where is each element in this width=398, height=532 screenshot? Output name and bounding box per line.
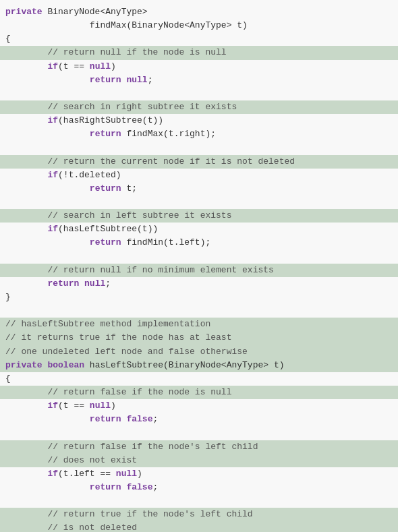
- code-line: return findMin(t.left);: [0, 236, 398, 249]
- keyword: if: [47, 399, 58, 413]
- code-text: (hasRightSubtree(t)): [58, 114, 163, 127]
- keyword: boolean: [47, 359, 84, 372]
- code-line: // return false if the node's left child: [0, 440, 398, 454]
- keyword: return: [90, 236, 121, 249]
- keyword: if: [47, 60, 58, 73]
- keyword: return: [47, 277, 79, 291]
- keyword: null: [126, 73, 147, 87]
- code-line: return null;: [0, 73, 398, 87]
- code-text: BinaryNode<AnyType>: [42, 5, 148, 19]
- keyword: null: [84, 277, 105, 291]
- code-line: [0, 196, 398, 209]
- comment-text: // does not exist: [5, 454, 137, 467]
- keyword: null: [116, 467, 137, 481]
- code-text: [42, 359, 48, 372]
- code-text: {: [5, 32, 11, 46]
- keyword: private: [5, 359, 42, 372]
- code-text: [5, 73, 90, 87]
- code-line: // one undeleted left node and false oth…: [0, 345, 398, 359]
- code-text: [5, 236, 90, 249]
- code-text: ;: [105, 277, 111, 291]
- code-text: [5, 277, 47, 291]
- keyword: false: [126, 481, 152, 494]
- code-line: // search in left subtree it exists: [0, 209, 398, 223]
- code-line: if(t == null): [0, 60, 398, 73]
- comment-text: // return false if the node is null: [5, 386, 231, 399]
- code-line: // it returns true if the node has at le…: [0, 331, 398, 345]
- comment-text: // hasLeftSubtree method implementation: [5, 318, 210, 331]
- code-line: // return null if the node is null: [0, 46, 398, 59]
- code-text: [5, 413, 90, 426]
- comment-text: // is not deleted: [5, 521, 137, 532]
- code-line: [0, 141, 398, 154]
- code-line: if(hasLeftSubtree(t)): [0, 223, 398, 236]
- code-text: findMin(t.left);: [121, 236, 211, 249]
- code-text: [5, 182, 90, 196]
- code-line: return null;: [0, 277, 398, 291]
- code-text: [121, 413, 127, 426]
- keyword: if: [47, 223, 58, 236]
- code-text: ;: [152, 481, 158, 494]
- code-line: [0, 426, 398, 440]
- code-line: // return null if no minimum element exi…: [0, 264, 398, 277]
- code-text: hasLeftSubtree(BinaryNode<AnyType> t): [84, 359, 284, 372]
- code-text: [5, 127, 90, 141]
- code-text: }: [5, 291, 11, 304]
- code-text: [5, 467, 47, 481]
- code-text: [79, 277, 84, 291]
- code-text: [5, 399, 47, 413]
- keyword: if: [47, 114, 58, 127]
- comment-text: // return null if no minimum element exi…: [5, 264, 274, 277]
- code-line: return false;: [0, 413, 398, 426]
- comment-text: // return null if the node is null: [5, 46, 227, 59]
- keyword: null: [90, 60, 111, 73]
- code-line: findMax(BinaryNode<AnyType> t): [0, 19, 398, 32]
- code-text: ): [111, 60, 116, 73]
- code-line: private boolean hasLeftSubtree(BinaryNod…: [0, 359, 398, 372]
- code-text: findMax(BinaryNode<AnyType> t): [5, 19, 248, 32]
- comment-text: // return false if the node's left child: [5, 440, 258, 454]
- code-text: [5, 114, 47, 127]
- keyword: if: [47, 169, 58, 182]
- code-line: // return the current node if it is not …: [0, 155, 398, 169]
- code-text: ): [137, 467, 142, 481]
- comment-text: // search in right subtree it exists: [5, 100, 237, 114]
- code-line: [0, 87, 398, 100]
- code-line: if(hasRightSubtree(t)): [0, 114, 398, 127]
- keyword: return: [90, 481, 121, 494]
- code-text: [5, 481, 90, 494]
- code-container: private BinaryNode<AnyType> findMax(Bina…: [0, 0, 398, 532]
- code-line: return t;: [0, 182, 398, 196]
- code-line: [0, 250, 398, 264]
- code-text: findMax(t.right);: [121, 127, 216, 141]
- keyword: return: [90, 127, 121, 141]
- code-text: ): [111, 399, 116, 413]
- code-text: t;: [121, 182, 137, 196]
- code-line: if(t == null): [0, 399, 398, 413]
- keyword: return: [90, 73, 121, 87]
- code-line: return false;: [0, 481, 398, 494]
- code-text: (t ==: [58, 60, 90, 73]
- code-line: if(t.left == null): [0, 467, 398, 481]
- code-line: // return false if the node is null: [0, 386, 398, 399]
- code-text: (hasLeftSubtree(t)): [58, 223, 158, 236]
- code-line: [0, 494, 398, 508]
- keyword: null: [90, 399, 111, 413]
- code-line: // return true if the node's left child: [0, 508, 398, 521]
- code-line: return findMax(t.right);: [0, 127, 398, 141]
- keyword: false: [126, 413, 152, 426]
- code-text: [5, 223, 47, 236]
- code-text: [121, 73, 127, 87]
- code-text: ;: [148, 73, 153, 87]
- code-text: (!t.deleted): [58, 169, 121, 182]
- code-line: [0, 304, 398, 318]
- code-line: // is not deleted: [0, 521, 398, 532]
- code-text: (t ==: [58, 399, 90, 413]
- keyword: return: [90, 413, 121, 426]
- code-text: {: [5, 372, 11, 386]
- code-text: (t.left ==: [58, 467, 116, 481]
- code-text: [121, 481, 127, 494]
- keyword: if: [47, 467, 58, 481]
- code-line: // hasLeftSubtree method implementation: [0, 318, 398, 331]
- code-line: {: [0, 32, 398, 46]
